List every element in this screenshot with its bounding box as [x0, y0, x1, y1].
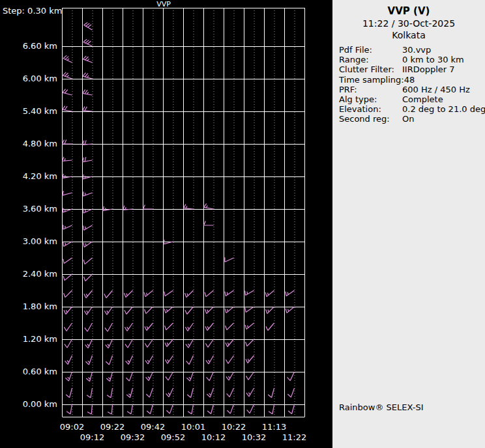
- wind-barb: [63, 157, 72, 161]
- wind-barb: [64, 307, 72, 315]
- svg-text:0.60 km: 0.60 km: [23, 367, 57, 376]
- wind-barb: [186, 339, 194, 348]
- wind-barb: [125, 307, 133, 315]
- wind-barb: [205, 290, 213, 297]
- wind-barb: [287, 372, 295, 381]
- info-value: 30.vvp: [402, 45, 431, 55]
- wind-barb: [125, 339, 133, 348]
- wind-barb: [106, 356, 112, 365]
- svg-text:09:02: 09:02: [60, 422, 84, 432]
- wind-barb: [227, 404, 233, 413]
- wind-barb: [144, 290, 153, 297]
- wind-barb: [266, 323, 274, 331]
- wind-barb: [166, 404, 173, 413]
- info-panel: VVP (V) 11:22 / 30-Oct-2025 Kolkata Pdf …: [332, 0, 485, 448]
- svg-text:09:52: 09:52: [161, 432, 185, 442]
- wind-barb: [269, 404, 274, 414]
- chart-area: VVPStep: 0.30 km6.60 km6.00 km5.40 km4.8…: [0, 0, 332, 448]
- wind-barb: [83, 73, 93, 79]
- wind-barb: [205, 307, 214, 314]
- svg-text:10:12: 10:12: [201, 432, 226, 442]
- info-value: 0.2 deg to 21.0 deg: [402, 104, 485, 114]
- info-row-alg-type: Alg type:Complete: [339, 94, 485, 104]
- wind-barb: [126, 388, 132, 398]
- wind-barb: [245, 290, 254, 296]
- wind-barb: [66, 388, 72, 398]
- info-label: Elevation:: [339, 104, 402, 114]
- wind-barb: [225, 290, 234, 296]
- svg-text:1.20 km: 1.20 km: [23, 334, 57, 344]
- wind-barb: [288, 404, 294, 414]
- wind-barb: [87, 404, 92, 414]
- info-value: IIRDoppler 7: [402, 64, 455, 74]
- chart-title: VVP: [156, 0, 171, 8]
- wind-barb: [63, 55, 72, 63]
- svg-text:09:22: 09:22: [100, 422, 125, 432]
- svg-text:3.00 km: 3.00 km: [23, 236, 57, 246]
- panel-site: Kolkata: [332, 30, 485, 40]
- wind-barb: [226, 372, 234, 380]
- wind-barb: [63, 140, 72, 144]
- wind-barbs: [63, 22, 295, 414]
- brand-footer: Rainbow® SELEX-SI: [339, 402, 424, 412]
- vvp-chart: VVPStep: 0.30 km6.60 km6.00 km5.40 km4.8…: [0, 0, 332, 448]
- wind-barb: [207, 404, 213, 414]
- svg-text:5.40 km: 5.40 km: [23, 106, 57, 116]
- info-value: On: [402, 114, 414, 124]
- wind-barb: [227, 388, 234, 397]
- wind-barb: [207, 372, 214, 381]
- wind-barb: [207, 388, 213, 397]
- info-value: 48: [404, 75, 415, 85]
- wind-barb: [86, 372, 92, 382]
- wind-barb: [265, 290, 274, 297]
- wind-barb: [106, 339, 113, 348]
- wind-barb: [125, 290, 133, 298]
- svg-text:0.00 km: 0.00 km: [23, 399, 57, 409]
- svg-text:1.80 km: 1.80 km: [23, 301, 57, 311]
- info-label: Range:: [339, 55, 402, 64]
- wind-barb: [146, 372, 153, 381]
- wind-barb: [247, 404, 254, 413]
- wind-barb: [246, 339, 254, 346]
- y-axis-labels: 6.60 km6.00 km5.40 km4.80 km4.20 km3.60 …: [23, 41, 57, 409]
- wind-barb: [286, 307, 294, 313]
- wind-barb: [107, 388, 112, 398]
- wind-barb: [166, 388, 173, 397]
- wind-barb: [204, 204, 214, 209]
- wind-barb: [65, 356, 72, 365]
- info-label: Clutter Filter:: [339, 64, 402, 74]
- svg-text:3.60 km: 3.60 km: [23, 204, 57, 214]
- wind-barb: [286, 290, 295, 296]
- wind-barb: [188, 404, 193, 414]
- wind-barb: [63, 106, 72, 111]
- wind-barb: [125, 323, 132, 331]
- wind-barb: [85, 356, 92, 365]
- wind-barb: [83, 90, 93, 95]
- svg-text:6.60 km: 6.60 km: [23, 41, 57, 51]
- wind-barb: [126, 372, 132, 381]
- wind-barb: [164, 307, 173, 313]
- info-value: 0 km to 30 km: [402, 55, 464, 64]
- wind-barb: [145, 339, 153, 347]
- wind-barb: [63, 191, 72, 195]
- wind-barb: [205, 339, 213, 347]
- wind-barb: [84, 22, 93, 30]
- wind-barb: [106, 372, 112, 382]
- wind-barb: [83, 56, 92, 63]
- wind-barb: [64, 290, 72, 298]
- wind-barb: [226, 339, 234, 347]
- wind-barb: [108, 404, 112, 414]
- wind-barb: [83, 39, 93, 46]
- wind-barb: [147, 404, 153, 414]
- svg-text:6.00 km: 6.00 km: [23, 74, 57, 83]
- info-row-prf: PRF:600 Hz / 450 Hz: [339, 85, 485, 94]
- wind-barb: [206, 356, 214, 364]
- wind-barb: [84, 307, 92, 315]
- wind-barb: [66, 404, 72, 414]
- svg-text:2.40 km: 2.40 km: [23, 269, 57, 279]
- vvp-window: VVPStep: 0.30 km6.60 km6.00 km5.40 km4.8…: [0, 0, 485, 448]
- wind-barb: [184, 204, 194, 209]
- wind-barb: [164, 290, 173, 296]
- wind-barb: [105, 323, 113, 331]
- info-row-second-reg: Second reg:On: [339, 114, 485, 124]
